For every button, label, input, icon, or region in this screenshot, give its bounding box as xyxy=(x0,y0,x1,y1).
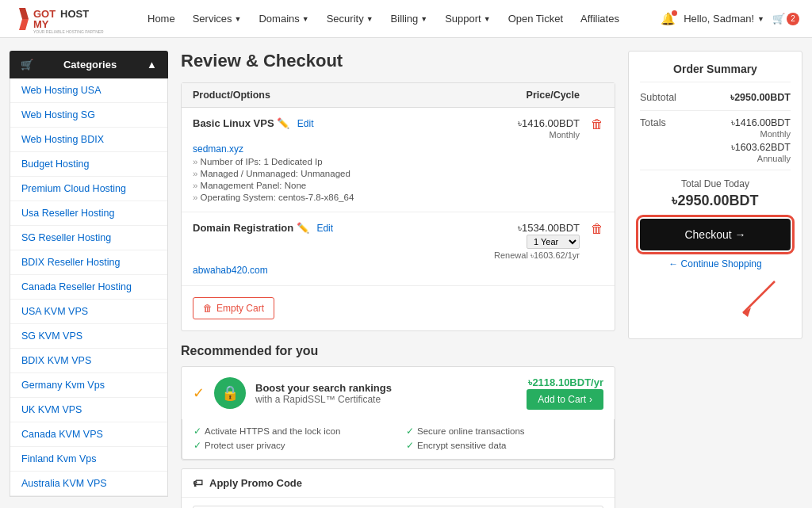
page-wrapper: 🛒 Categories ▲ Web Hosting USA Web Hosti… xyxy=(0,38,812,508)
nav-services[interactable]: Services ▼ xyxy=(185,8,250,29)
cart-icon-wrapper[interactable]: 🛒 2 xyxy=(772,13,799,25)
arrow-right-icon: › xyxy=(589,394,592,405)
domain-name-link[interactable]: abwahab420.com xyxy=(193,265,268,276)
promo-input-area xyxy=(182,498,615,508)
sidebar-item-web-hosting-usa[interactable]: Web Hosting USA xyxy=(10,78,167,103)
notification-bell-icon[interactable]: 🔔 xyxy=(661,12,676,26)
sidebar-item-premium-cloud[interactable]: Premium Cloud Hosting xyxy=(10,177,167,201)
sidebar-item-germany-kvm[interactable]: Germany Kvm Vps xyxy=(10,373,167,398)
order-summary: Order Summary Subtotal ৳2950.00BDT Total… xyxy=(628,51,802,508)
cart-item-domain-name: Domain Registration ✏️ Edit xyxy=(193,222,437,234)
cart-item-domain-row: Domain Registration ✏️ Edit ৳1534.00BDT … xyxy=(193,222,603,261)
cart-badge: 2 xyxy=(787,13,799,25)
nav-home[interactable]: Home xyxy=(140,8,183,29)
recommended-title: Recommended for you xyxy=(181,344,615,358)
total-due-price: ৳2950.00BDT xyxy=(640,193,791,209)
sidebar-item-usa-reseller[interactable]: Usa Reseller Hosting xyxy=(10,201,167,226)
nav-open-ticket[interactable]: Open Ticket xyxy=(500,8,571,29)
cart-item-vps-price: ৳1416.00BDT Monthly xyxy=(437,117,580,139)
vps-domain[interactable]: sedman.xyz xyxy=(193,143,243,155)
nav-affiliates[interactable]: Affiliates xyxy=(573,8,627,29)
nav-domains[interactable]: Domains ▼ xyxy=(251,8,316,29)
ssl-card-title: Boost your search rankings xyxy=(255,382,517,394)
domain-delete-button[interactable]: 🗑 xyxy=(580,222,603,236)
nav-support[interactable]: Support ▼ xyxy=(437,8,498,29)
cart-sidebar-icon: 🛒 xyxy=(21,59,33,71)
sidebar-item-budget-hosting[interactable]: Budget Hosting xyxy=(10,152,167,177)
svg-text:HOST: HOST xyxy=(60,8,89,20)
domain-year-select[interactable]: 1 Year 2 Years xyxy=(527,235,580,249)
totals-values: ৳1416.00BDT Monthly ৳1603.62BDT Annually xyxy=(731,117,791,163)
user-dropdown-icon: ▼ xyxy=(757,15,764,23)
ssl-feature-0: ✓Activate HTTPS and the lock icon xyxy=(193,426,390,437)
sidebar-item-australia-kvm[interactable]: Australia KVM VPS xyxy=(10,472,167,496)
cart-item-vps: Basic Linux VPS ✏️ Edit ৳1416.00BDT Mont… xyxy=(182,108,615,212)
vps-edit-link[interactable]: Edit xyxy=(297,118,314,129)
cart-item-vps-row: Basic Linux VPS ✏️ Edit ৳1416.00BDT Mont… xyxy=(193,117,603,139)
sidebar-item-usa-kvm[interactable]: USA KVM VPS xyxy=(10,300,167,324)
totals-label: Totals xyxy=(640,117,666,163)
cart-table-header: Product/Options Price/Cycle xyxy=(182,83,615,108)
ssl-recommend-card: ✓ 🔒 Boost your search rankings with a Ra… xyxy=(181,366,615,460)
ssl-feature-2: ✓Secure online transactions xyxy=(406,426,603,437)
sidebar-item-bdix-kvm[interactable]: BDIX KVM VPS xyxy=(10,349,167,373)
sidebar-item-canada-kvm[interactable]: Canada KVM VPS xyxy=(10,422,167,447)
col-price-header: Price/Cycle xyxy=(437,90,580,101)
vps-detail-0: Number of IPs: 1 Dedicated Ip xyxy=(193,157,603,166)
sidebar-title: Categories xyxy=(63,59,117,71)
sidebar-item-web-hosting-sg[interactable]: Web Hosting SG xyxy=(10,103,167,128)
nav-right: 🔔 Hello, Sadman! ▼ 🛒 2 xyxy=(661,12,799,26)
trash-icon: 🗑 xyxy=(203,303,213,314)
ssl-price: ৳2118.10BDT/yr xyxy=(527,376,603,389)
summary-divider xyxy=(640,110,791,111)
sidebar: 🛒 Categories ▲ Web Hosting USA Web Hosti… xyxy=(10,51,168,508)
cart-item-domain-price: ৳1534.00BDT 1 Year 2 Years Renewal ৳1603… xyxy=(437,222,580,261)
cart-table: Product/Options Price/Cycle Basic Linux … xyxy=(181,82,615,331)
svg-line-6 xyxy=(743,281,775,313)
continue-shopping-link[interactable]: ← Continue Shopping xyxy=(640,258,791,269)
summary-box: Order Summary Subtotal ৳2950.00BDT Total… xyxy=(628,51,802,339)
promo-section: 🏷 Apply Promo Code xyxy=(181,468,615,508)
user-greeting: Hello, Sadman! xyxy=(684,13,754,25)
arrow-annotation xyxy=(640,277,791,327)
vps-delete-button[interactable]: 🗑 xyxy=(580,117,603,132)
ssl-lock-icon: 🔒 xyxy=(214,377,246,409)
sidebar-item-uk-kvm[interactable]: UK KVM VPS xyxy=(10,398,167,422)
pencil-icon: ✏️ xyxy=(277,117,289,129)
sidebar-item-bdix-reseller[interactable]: BDIX Reseller Hosting xyxy=(10,250,167,275)
sidebar-collapse-icon[interactable]: ▲ xyxy=(147,59,157,71)
sidebar-item-sg-kvm[interactable]: SG KVM VPS xyxy=(10,324,167,349)
ssl-add-to-cart-button[interactable]: Add to Cart › xyxy=(527,389,603,410)
subtotal-label: Subtotal xyxy=(640,92,676,104)
summary-title: Order Summary xyxy=(640,63,791,82)
ssl-features: ✓Activate HTTPS and the lock icon ✓Secur… xyxy=(182,419,615,460)
sidebar-header: 🛒 Categories ▲ xyxy=(10,51,168,78)
cart-item-vps-name: Basic Linux VPS ✏️ Edit xyxy=(193,117,437,129)
page-title: Review & Checkout xyxy=(181,51,615,71)
sidebar-item-canada-reseller[interactable]: Canada Reseller Hosting xyxy=(10,275,167,300)
main-content: Review & Checkout Product/Options Price/… xyxy=(181,51,615,508)
sidebar-item-sg-reseller[interactable]: SG Reseller Hosting xyxy=(10,226,167,250)
ssl-feature-1: ✓Protect user privacy xyxy=(193,440,390,451)
ssl-text: Boost your search rankings with a RapidS… xyxy=(255,382,517,405)
user-menu[interactable]: Hello, Sadman! ▼ xyxy=(684,13,764,25)
nav-billing[interactable]: Billing ▼ xyxy=(383,8,436,29)
domain-renewal: Renewal ৳1603.62/1yr xyxy=(437,250,580,261)
checkout-button[interactable]: Checkout → xyxy=(640,219,791,250)
total-due-label: Total Due Today xyxy=(640,178,791,189)
pencil-icon-domain: ✏️ xyxy=(297,222,309,234)
empty-cart-button[interactable]: 🗑 Empty Cart xyxy=(193,297,274,319)
vps-detail-2: Management Panel: None xyxy=(193,181,603,190)
sidebar-item-web-hosting-bdix[interactable]: Web Hosting BDIX xyxy=(10,128,167,152)
promo-header[interactable]: 🏷 Apply Promo Code xyxy=(182,469,615,498)
col-product-header: Product/Options xyxy=(193,90,437,101)
nav-security[interactable]: Security ▼ xyxy=(319,8,381,29)
tag-icon: 🏷 xyxy=(193,477,203,489)
red-arrow-icon xyxy=(727,277,791,325)
vps-detail-3: Operating System: centos-7.8-x86_64 xyxy=(193,193,603,202)
svg-text:YOUR RELIABLE HOSTING PARTNER: YOUR RELIABLE HOSTING PARTNER xyxy=(33,29,104,33)
sidebar-item-finland-kvm[interactable]: Finland Kvm Vps xyxy=(10,447,167,472)
nav-links: Home Services ▼ Domains ▼ Security ▼ Bil… xyxy=(140,8,657,29)
brand-logo[interactable]: GOT MY HOST YOUR RELIABLE HOSTING PARTNE… xyxy=(13,5,124,33)
domain-edit-link[interactable]: Edit xyxy=(316,223,333,234)
